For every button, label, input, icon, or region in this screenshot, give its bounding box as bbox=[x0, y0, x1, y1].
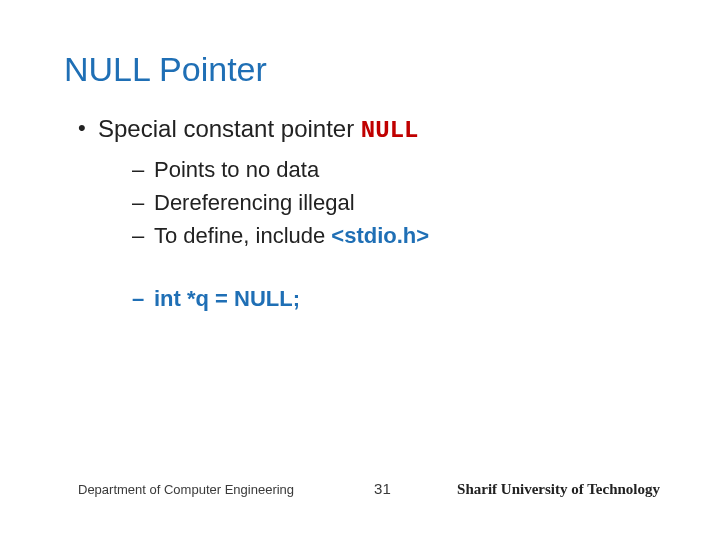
slide-footer: Department of Computer Engineering 31 Sh… bbox=[0, 480, 720, 498]
bullet1-prefix: Special constant pointer bbox=[98, 115, 361, 142]
bullet-list-level1: Special constant pointer NULL Points to … bbox=[60, 113, 660, 315]
sub-code-example: int *q = NULL; bbox=[132, 282, 660, 315]
footer-department: Department of Computer Engineering bbox=[78, 482, 294, 497]
stdio-header: <stdio.h> bbox=[331, 223, 429, 248]
sub-to-define: To define, include <stdio.h> bbox=[132, 219, 660, 252]
sub-points-no-data: Points to no data bbox=[132, 153, 660, 186]
bullet-list-level2: Points to no data Dereferencing illegal … bbox=[98, 153, 660, 315]
slide-content: NULL Pointer Special constant pointer NU… bbox=[0, 0, 720, 315]
bullet-special-constant: Special constant pointer NULL Points to … bbox=[78, 113, 660, 315]
sub3-prefix: To define, include bbox=[154, 223, 331, 248]
footer-page-number: 31 bbox=[374, 480, 391, 497]
footer-university: Sharif University of Technology bbox=[457, 481, 660, 498]
sub-dereferencing: Dereferencing illegal bbox=[132, 186, 660, 219]
slide-title: NULL Pointer bbox=[64, 50, 660, 89]
null-keyword: NULL bbox=[361, 117, 419, 144]
